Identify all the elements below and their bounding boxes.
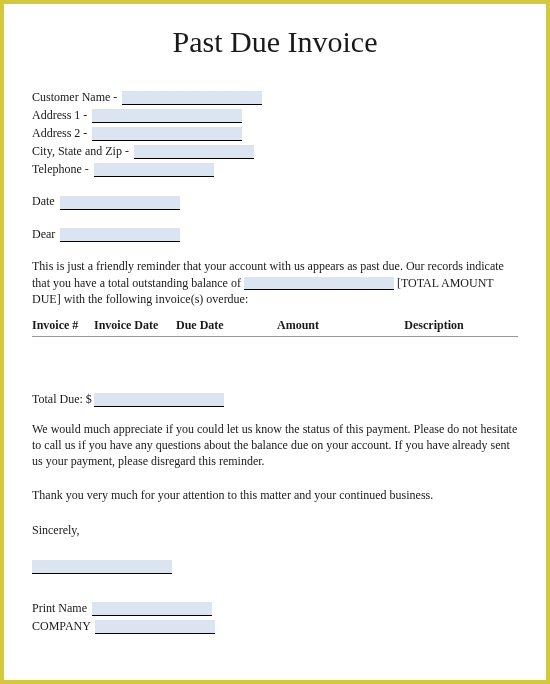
field-city-state-zip: City, State and Zip - (32, 143, 518, 159)
thank-you-paragraph: Thank you very much for your attention t… (32, 487, 518, 503)
blank-print-name[interactable] (92, 602, 212, 616)
field-company: COMPANY (32, 618, 518, 634)
blank-balance[interactable] (244, 277, 394, 290)
field-telephone: Telephone - (32, 161, 518, 177)
label-company: COMPANY (32, 618, 93, 634)
th-due-date: Due Date (176, 317, 246, 333)
reminder-paragraph: This is just a friendly reminder that yo… (32, 258, 518, 308)
th-amount: Amount (246, 317, 356, 333)
blank-customer-name[interactable] (122, 91, 262, 105)
label-city-state-zip: City, State and Zip - (32, 143, 132, 159)
label-date: Date (32, 193, 58, 209)
sincerely: Sincerely, (32, 522, 518, 538)
blank-date[interactable] (60, 196, 180, 210)
blank-address2[interactable] (92, 127, 242, 141)
blank-total-due[interactable] (94, 393, 224, 407)
th-description: Description (356, 317, 518, 333)
label-telephone: Telephone - (32, 161, 92, 177)
label-print-name: Print Name (32, 600, 90, 616)
blank-dear[interactable] (60, 228, 180, 242)
signature-line (32, 542, 518, 578)
th-invoice-date: Invoice Date (94, 317, 176, 333)
blank-signature[interactable] (32, 560, 172, 574)
field-address2: Address 2 - (32, 125, 518, 141)
blank-telephone[interactable] (94, 163, 214, 177)
invoice-table-header: Invoice # Invoice Date Due Date Amount D… (32, 317, 518, 336)
label-address2: Address 2 - (32, 125, 90, 141)
field-dear: Dear (32, 226, 518, 242)
blank-address1[interactable] (92, 109, 242, 123)
field-date: Date (32, 193, 518, 209)
blank-company[interactable] (95, 620, 215, 634)
blank-city-state-zip[interactable] (134, 145, 254, 159)
total-due-row: Total Due: $ (32, 391, 518, 407)
label-customer-name: Customer Name - (32, 89, 120, 105)
field-customer-name: Customer Name - (32, 89, 518, 105)
label-address1: Address 1 - (32, 107, 90, 123)
label-dear: Dear (32, 226, 58, 242)
field-address1: Address 1 - (32, 107, 518, 123)
page-title: Past Due Invoice (32, 22, 518, 63)
appreciation-paragraph: We would much appreciate if you could le… (32, 421, 518, 470)
label-total-due: Total Due: $ (32, 391, 92, 407)
th-invoice-num: Invoice # (32, 317, 94, 333)
field-print-name: Print Name (32, 600, 518, 616)
